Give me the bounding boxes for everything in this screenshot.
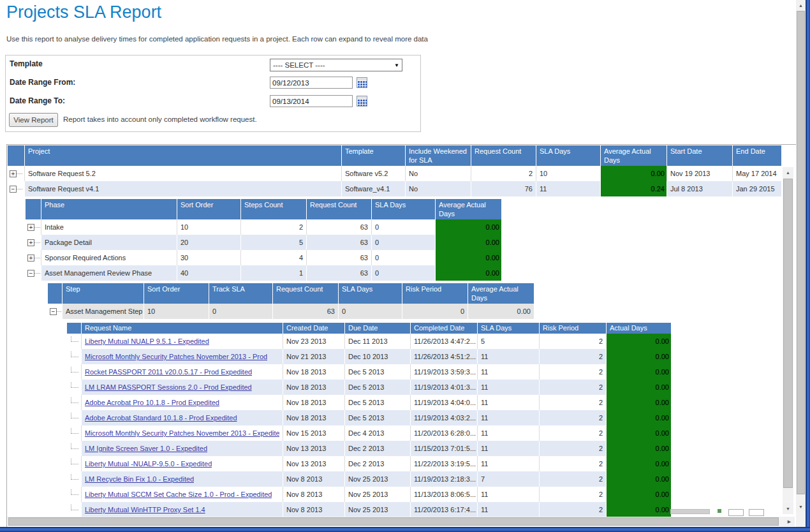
request-link[interactable]: Microsoft Monthly Security Patches Novem… bbox=[85, 429, 279, 437]
request-link[interactable]: Liberty Mutual -NUALP-9.5.0 - Expedited bbox=[85, 460, 212, 468]
report-scrollbar-thumb[interactable] bbox=[783, 179, 793, 488]
expander-cell bbox=[67, 395, 81, 410]
cell-completed_date: 11/20/2013 6:28:0... bbox=[410, 425, 477, 441]
cell-actual_days: 0.00 bbox=[606, 364, 671, 380]
tree-leaf-icon bbox=[71, 443, 78, 449]
cell-phase: Intake bbox=[41, 219, 177, 235]
column-header-template: Template bbox=[341, 145, 405, 166]
cell-completed_date: 11/13/2013 8:06:5... bbox=[410, 487, 477, 502]
column-header-sort_order: Sort Order bbox=[144, 283, 209, 304]
collapse-icon[interactable]: − bbox=[27, 270, 34, 277]
page-scroll-down-icon[interactable]: ▼ bbox=[796, 501, 806, 512]
report-scroll-up-icon[interactable]: ▲ bbox=[783, 167, 793, 178]
cell-request_name: LM Recycle Bin Fix 1.0 - Expedited bbox=[81, 471, 283, 487]
request-link[interactable]: Liberty Mutual NUALP 9.5.1 - Expedited bbox=[85, 337, 209, 345]
cell-risk_period: 2 bbox=[539, 471, 606, 487]
cell-steps_count: 5 bbox=[240, 235, 306, 250]
cell-created_date: Nov 18 2013 bbox=[283, 380, 344, 395]
cell-due_date: Nov 25 2013 bbox=[344, 471, 410, 487]
page-scroll-up-icon[interactable]: ▲ bbox=[796, 0, 806, 10]
column-header-avg_actual_days: Average Actual Days bbox=[468, 283, 534, 304]
request-link[interactable]: LM Ignite Screen Saver 1.0 - Expedited bbox=[85, 445, 207, 452]
expander-cell bbox=[67, 471, 81, 487]
report-scroll-down-icon[interactable]: ▼ bbox=[783, 503, 793, 514]
expander-cell bbox=[67, 364, 81, 380]
column-header-sort_order: Sort Order bbox=[177, 199, 240, 219]
request-link[interactable]: Adobe Acrobat Standard 10.1.8 - Prod Exp… bbox=[85, 414, 237, 422]
cell-sort_order: 40 bbox=[177, 265, 240, 281]
table-row: Adobe Acrobat Standard 10.1.8 - Prod Exp… bbox=[67, 410, 671, 425]
page-scrollbar-thumb[interactable] bbox=[797, 11, 805, 494]
table-row: +Intake1026300.00 bbox=[26, 219, 501, 235]
template-select[interactable]: ---- SELECT ---- ▼ bbox=[270, 59, 402, 71]
cell-created_date: Nov 13 2013 bbox=[283, 456, 344, 471]
expand-icon[interactable]: + bbox=[27, 224, 34, 231]
date-from-input[interactable] bbox=[270, 77, 353, 89]
collapse-icon[interactable]: − bbox=[50, 308, 57, 315]
cell-phase: Asset Management Review Phase bbox=[41, 265, 177, 281]
expander-cell bbox=[67, 334, 81, 349]
request-link[interactable]: Rocket PASSPORT 2011 v20.0.5.17 - Prod E… bbox=[85, 368, 252, 376]
request-link[interactable]: Liberty Mutual WinHTTP Proxy Set 1.4 bbox=[85, 506, 205, 514]
tree-leaf-icon bbox=[71, 505, 78, 510]
cell-sla_days: 11 bbox=[536, 181, 600, 196]
cell-actual_days: 0.00 bbox=[606, 456, 671, 471]
request-link[interactable]: Liberty Mutual SCCM Set Cache Size 1.0 -… bbox=[85, 491, 272, 498]
date-to-input[interactable] bbox=[270, 95, 353, 107]
clipped-footer-content bbox=[670, 509, 783, 517]
cell-avg_actual_days: 0.00 bbox=[435, 235, 501, 250]
cell-request_name: Liberty Mutual SCCM Set Cache Size 1.0 -… bbox=[81, 487, 283, 502]
request-link[interactable]: Microsoft Monthly Security Patches Novem… bbox=[85, 353, 267, 360]
tree-leaf-icon bbox=[71, 489, 78, 495]
cell-completed_date: 11/15/2013 7:01:5... bbox=[410, 441, 477, 456]
column-header-start_date: Start Date bbox=[666, 145, 732, 166]
cell-avg_actual_days: 0.00 bbox=[435, 250, 501, 265]
cell-request_name: Liberty Mutual WinHTTP Proxy Set 1.4 bbox=[81, 502, 283, 517]
collapse-icon[interactable]: − bbox=[10, 186, 17, 193]
table-row: Rocket PASSPORT 2011 v20.0.5.17 - Prod E… bbox=[67, 364, 671, 380]
report-hscrollbar-thumb[interactable] bbox=[8, 517, 779, 526]
cell-actual_days: 0.00 bbox=[606, 410, 671, 425]
date-to-calendar-icon[interactable] bbox=[357, 96, 367, 107]
expand-icon[interactable]: + bbox=[27, 255, 34, 262]
cell-created_date: Nov 21 2013 bbox=[283, 349, 344, 364]
cell-actual_days: 0.00 bbox=[606, 349, 671, 364]
cell-sla_days: 0 bbox=[371, 250, 435, 265]
cell-sla_days: 0 bbox=[338, 304, 402, 319]
expand-icon[interactable]: + bbox=[27, 239, 34, 246]
request-link[interactable]: LM LRAM PASSPORT Sessions 2.0 - Prod Exp… bbox=[85, 383, 252, 391]
cell-sort_order: 20 bbox=[177, 235, 240, 250]
cell-include_weekend: No bbox=[405, 166, 471, 181]
cell-phase: Sponsor Required Actions bbox=[41, 250, 177, 265]
date-from-label: Date Range From: bbox=[10, 78, 75, 87]
header-row: PhaseSort OrderSteps CountRequest CountS… bbox=[26, 199, 501, 219]
cell-due_date: Dec 11 2013 bbox=[344, 334, 410, 349]
cell-sla_days: 11 bbox=[477, 441, 539, 456]
column-header-steps_count: Steps Count bbox=[240, 199, 306, 219]
request-link[interactable]: Adobe Acrobat Pro 10.1.8 - Prod Expedite… bbox=[85, 399, 219, 406]
report-horizontal-scrollbar[interactable]: ▶ bbox=[7, 517, 795, 526]
column-header-risk_period: Risk Period bbox=[402, 283, 468, 304]
expand-icon[interactable]: + bbox=[10, 170, 17, 177]
column-header-project: Project bbox=[24, 145, 341, 166]
date-from-calendar-icon[interactable] bbox=[357, 77, 367, 88]
report-scroll-right-icon[interactable]: ▶ bbox=[784, 517, 795, 526]
cell-created_date: Nov 13 2013 bbox=[283, 441, 344, 456]
tree-leaf-icon bbox=[71, 413, 78, 418]
cell-created_date: Nov 23 2013 bbox=[283, 334, 344, 349]
window-frame-bottom bbox=[0, 527, 810, 532]
cell-sla_days: 11 bbox=[477, 425, 539, 441]
report-vertical-scrollbar[interactable]: ▲ ▼ bbox=[783, 167, 793, 514]
table-row: Liberty Mutual WinHTTP Proxy Set 1.4Nov … bbox=[67, 502, 671, 517]
cell-sla_days: 11 bbox=[477, 349, 539, 364]
table-row: −Software Request v4.1Software_v4.1No761… bbox=[8, 181, 781, 196]
column-header-due_date: Due Date bbox=[344, 323, 410, 334]
request-link[interactable]: LM Recycle Bin Fix 1.0 - Expedited bbox=[85, 475, 194, 483]
view-report-button[interactable]: View Report bbox=[9, 113, 58, 127]
cell-sort_order: 10 bbox=[177, 219, 240, 235]
tree-leaf-icon bbox=[71, 336, 78, 342]
expander-cell: + bbox=[8, 166, 24, 181]
cell-completed_date: 11/26/2013 4:51:2... bbox=[410, 349, 477, 364]
page-vertical-scrollbar[interactable]: ▲ ▼ bbox=[796, 0, 806, 527]
column-header-avg_actual_days: Average Actual Days bbox=[435, 199, 501, 219]
